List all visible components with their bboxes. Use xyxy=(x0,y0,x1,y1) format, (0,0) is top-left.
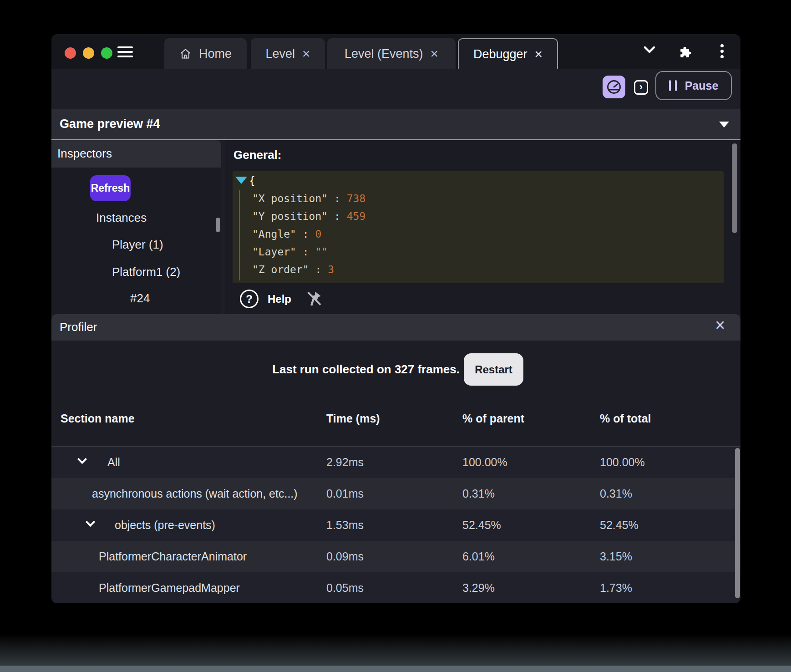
help-label: Help xyxy=(268,293,291,305)
row-name: PlatformerCharacterAnimator xyxy=(99,550,247,563)
inspector-item-instance-24[interactable]: #24 xyxy=(130,291,150,305)
table-row[interactable]: All 2.92ms 100.00% 100.00% xyxy=(51,447,740,478)
tab-home[interactable]: Home xyxy=(164,38,247,69)
tab-label: Level (Events) xyxy=(345,47,423,61)
game-preview-title: Game preview #4 xyxy=(60,117,160,131)
profiler-panel: Last run collected on 327 frames. Restar… xyxy=(51,341,740,603)
row-percent-parent: 100.00% xyxy=(462,456,507,469)
json-key: "Y position" xyxy=(252,210,328,222)
column-percent-parent: % of parent xyxy=(462,412,524,425)
json-line[interactable]: "Angle" : 0 xyxy=(252,228,321,240)
row-percent-parent: 52.45% xyxy=(462,519,501,532)
row-percent-parent: 0.31% xyxy=(462,487,495,500)
help-button[interactable]: ? Help xyxy=(240,290,291,308)
json-value: 0 xyxy=(315,228,321,240)
json-line[interactable]: "Layer" : "" xyxy=(252,246,328,258)
json-line[interactable]: "Y position" : 459 xyxy=(252,210,365,222)
desktop-shadow xyxy=(0,634,791,666)
table-row[interactable]: PlatformerCharacterAnimator 0.09ms 6.01%… xyxy=(51,541,740,572)
json-value: 3 xyxy=(328,264,334,275)
close-tab-icon[interactable]: × xyxy=(431,47,439,61)
profiler-table-header: Section name Time (ms) % of parent % of … xyxy=(51,412,740,426)
general-panel: General: { "X position" : 738 "Y positio… xyxy=(225,140,740,314)
pause-icon xyxy=(669,80,677,91)
json-key: "Z order" xyxy=(252,264,309,275)
row-time: 1.53ms xyxy=(326,519,364,532)
json-value: 459 xyxy=(347,210,366,222)
refresh-button[interactable]: Refresh xyxy=(90,175,131,201)
general-title: General: xyxy=(233,148,282,162)
json-value: "" xyxy=(315,246,328,258)
zoom-window-button[interactable] xyxy=(101,47,112,59)
json-line[interactable]: "X position" : 738 xyxy=(252,193,365,204)
menu-icon[interactable] xyxy=(117,46,133,58)
pause-label: Pause xyxy=(685,79,719,92)
chevron-down-icon[interactable] xyxy=(77,454,87,464)
close-tab-icon[interactable]: × xyxy=(302,47,310,61)
collapse-triangle-icon[interactable] xyxy=(235,177,247,184)
row-percent-parent: 3.29% xyxy=(462,581,495,595)
column-section-name: Section name xyxy=(61,412,135,425)
json-line[interactable]: "Z order" : 3 xyxy=(252,264,334,275)
column-time: Time (ms) xyxy=(326,412,380,425)
inspector-item-instances[interactable]: Instances xyxy=(96,211,147,225)
tab-label: Level xyxy=(265,47,295,61)
game-preview-selector[interactable]: Game preview #4 xyxy=(51,109,740,139)
properties-json-viewer: { "X position" : 738 "Y position" : 459 … xyxy=(233,171,724,283)
profiler-gauge-icon[interactable] xyxy=(603,76,625,98)
row-time: 0.05ms xyxy=(326,581,364,595)
screenshot-stage: Home Level × Level (Events) × Debugger × xyxy=(0,0,791,672)
general-scrollbar[interactable] xyxy=(732,143,737,233)
chevron-down-icon[interactable] xyxy=(86,517,95,527)
desktop-strip xyxy=(0,666,791,672)
row-percent-total: 0.31% xyxy=(600,487,632,500)
table-row[interactable]: objects (pre-events) 1.53ms 52.45% 52.45… xyxy=(51,509,740,541)
row-percent-parent: 6.01% xyxy=(462,550,495,563)
close-profiler-icon[interactable]: × xyxy=(715,316,725,335)
table-row[interactable]: PlatformerGamepadMapper 0.05ms 3.29% 1.7… xyxy=(51,572,740,603)
row-percent-total: 1.73% xyxy=(600,581,632,595)
close-window-button[interactable] xyxy=(65,47,76,59)
inspector-item-platform1[interactable]: Platform1 (2) xyxy=(112,265,180,279)
open-brace: { xyxy=(249,175,255,187)
console-terminal-icon[interactable]: › xyxy=(634,80,648,95)
row-time: 2.92ms xyxy=(326,456,364,469)
profiler-header: Profiler × xyxy=(51,314,740,341)
minimize-window-button[interactable] xyxy=(83,47,94,59)
tab-debugger[interactable]: Debugger × xyxy=(458,38,558,69)
inspectors-panel: Refresh Instances Player (1) Platform1 (… xyxy=(51,168,221,314)
pause-button[interactable]: Pause xyxy=(655,71,732,100)
inspectors-header: Inspectors xyxy=(51,140,221,168)
inspector-item-player[interactable]: Player (1) xyxy=(112,238,163,252)
home-icon xyxy=(179,48,192,60)
row-name: All xyxy=(107,456,120,469)
table-row[interactable]: asynchronous actions (wait action, etc..… xyxy=(51,478,740,509)
json-value: 738 xyxy=(347,193,366,204)
inspectors-title: Inspectors xyxy=(57,147,112,161)
chevron-down-icon[interactable] xyxy=(643,45,656,56)
json-key: "Angle" xyxy=(252,228,296,240)
close-tab-icon[interactable]: × xyxy=(535,47,543,61)
debugger-toolbar: › Pause xyxy=(51,69,740,109)
row-name: PlatformerGamepadMapper xyxy=(99,581,240,595)
titlebar: Home Level × Level (Events) × Debugger × xyxy=(51,34,740,69)
pin-off-icon[interactable] xyxy=(305,289,323,309)
inspectors-scrollbar[interactable] xyxy=(216,218,220,232)
profiler-title: Profiler xyxy=(60,320,97,334)
json-key: "Layer" xyxy=(252,246,296,258)
tab-level-events[interactable]: Level (Events) × xyxy=(327,38,456,69)
indent-guide xyxy=(239,190,240,280)
extensions-puzzle-icon[interactable] xyxy=(679,45,693,61)
json-key: "X position" xyxy=(252,193,328,204)
column-percent-total: % of total xyxy=(600,412,651,425)
dropdown-arrow-icon[interactable] xyxy=(719,122,729,127)
restart-button[interactable]: Restart xyxy=(464,353,523,386)
row-time: 0.09ms xyxy=(326,550,364,563)
row-percent-total: 3.15% xyxy=(600,550,632,563)
more-options-icon[interactable] xyxy=(720,44,724,61)
tab-label: Home xyxy=(199,47,232,61)
row-time: 0.01ms xyxy=(326,487,364,500)
tab-level[interactable]: Level × xyxy=(251,38,325,69)
profiler-scrollbar[interactable] xyxy=(735,448,740,598)
app-window: Home Level × Level (Events) × Debugger × xyxy=(51,34,740,603)
